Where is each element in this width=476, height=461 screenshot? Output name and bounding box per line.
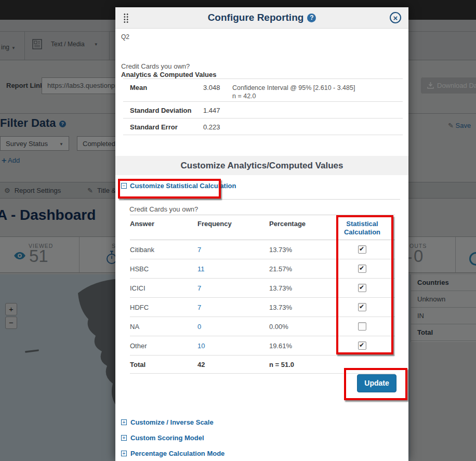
frequency-table-header: Answer Frequency Percentage Statistical … [130,215,395,240]
frequency-row: Citibank 7 13.73% [130,240,395,259]
frequency-cell[interactable]: 10 [197,342,269,350]
collapsed-section-label: Percentage Calculation Mode [130,450,224,457]
analytics-note [232,123,403,135]
frequency-cell[interactable]: 0 [197,323,269,331]
collapsed-section-label: Customize / Inverse Scale [130,418,214,426]
total-label: Total [130,361,197,368]
statistical-calculation-checkbox[interactable] [358,303,366,311]
frequency-cell[interactable]: 7 [197,246,269,254]
collapsed-section-link[interactable]: + Percentage Calculation Mode [121,449,224,457]
total-percentage: n = 51.0 [269,361,329,368]
header-statistical-calculation: Statistical Calculation [329,220,395,240]
statistical-calculation-checkbox[interactable] [358,322,366,331]
analytics-note2: n = 42.0 [232,92,403,100]
collapsed-section-link[interactable]: + Custom Scoring Model [121,433,204,442]
close-icon[interactable]: × [390,12,401,23]
help-icon[interactable]: ? [307,14,316,22]
percentage-cell: 19.61% [269,342,329,350]
question-code: Q2 [121,33,129,41]
total-row: Total 42 n = 51.0 [130,355,395,374]
header-percentage: Percentage [269,220,329,240]
frequency-rows: Citibank 7 13.73% HSBC 11 21.57% ICICI [130,240,395,355]
question-text: Credit Cards you own? [121,62,190,70]
analytics-note1: Confidence Interval @ 95% [2.610 - 3.485… [232,84,403,92]
modal-title-row: Configure Reporting ? [115,7,408,28]
analytics-value: 3.048 [203,84,232,101]
statistical-calculation-checkbox[interactable] [358,284,366,292]
stat-calc-label: Customize Statistical Calculation [130,182,236,190]
analytics-table: Mean 3.048 Confidence Interval @ 95% [2.… [123,78,403,135]
answer-cell: Other [130,342,197,350]
analytics-rows: Mean 3.048 Confidence Interval @ 95% [2.… [123,78,403,135]
analytics-heading: Analytics & Computed Values [121,71,217,78]
header-frequency: Frequency [197,220,269,240]
collapsed-section-label: Custom Scoring Model [130,434,204,442]
update-button[interactable]: Update [357,374,396,392]
frequency-row: HDFC 7 13.73% [130,298,395,317]
analytics-value: 1.447 [203,107,232,118]
percentage-cell: 0.00% [269,323,329,331]
statistical-calculation-checkbox[interactable] [358,245,366,254]
percentage-cell: 13.73% [269,284,329,292]
answer-cell: HDFC [130,304,197,311]
expand-icon[interactable]: + [121,435,127,441]
expand-icon[interactable]: + [121,419,127,425]
modal-header: Configure Reporting ? × [115,7,408,29]
frequency-row: HSBC 11 21.57% [130,259,395,279]
analytics-row: Mean 3.048 Confidence Interval @ 95% [2.… [123,78,403,101]
percentage-cell: 21.57% [269,265,329,273]
screen: ing▼ Text / Media ▼ Report Link https://… [0,0,476,461]
analytics-note [232,107,403,118]
analytics-row: Standard Error 0.223 [123,118,403,135]
percentage-cell: 13.73% [269,246,329,254]
analytics-table-bottom-border [123,135,403,135]
analytics-label: Standard Deviation [123,107,203,118]
customize-statistical-calculation-link[interactable]: − Customize Statistical Calculation [121,182,236,190]
frequency-row: NA 0 0.00% [130,317,395,336]
analytics-label: Mean [123,84,203,101]
collapsed-section-link[interactable]: + Customize / Inverse Scale [121,418,214,426]
analytics-row: Standard Deviation 1.447 [123,101,403,118]
statistical-calculation-checkbox[interactable] [358,341,366,350]
answer-cell: NA [130,323,197,331]
frequency-cell[interactable]: 7 [197,304,269,311]
frequency-row: ICICI 7 13.73% [130,279,395,298]
header-stat-line2: Calculation [329,228,395,236]
customize-section-heading: Customize Analytics/Computed Values [115,156,408,175]
frequency-row: Other 10 19.61% [130,336,395,355]
frequency-cell[interactable]: 7 [197,284,269,292]
frequency-table: Answer Frequency Percentage Statistical … [130,215,395,374]
frequency-cell[interactable]: 11 [197,265,269,273]
configure-reporting-modal: Configure Reporting ? × Q2 Credit Cards … [115,7,408,461]
analytics-value: 0.223 [203,123,232,135]
answer-cell: ICICI [130,284,197,292]
total-frequency: 42 [197,361,269,368]
frequency-question-text: Credit Cards you own? [129,205,198,213]
divider [124,199,400,200]
collapse-icon[interactable]: − [121,183,127,189]
header-stat-line1: Statistical [329,220,395,228]
analytics-label: Standard Error [123,123,203,135]
answer-cell: HSBC [130,265,197,273]
percentage-cell: 13.73% [269,304,329,311]
answer-cell: Citibank [130,246,197,254]
analytics-note: Confidence Interval @ 95% [2.610 - 3.485… [232,84,403,101]
modal-title: Configure Reporting [208,12,304,23]
expand-icon[interactable]: + [121,451,127,456]
header-answer: Answer [130,220,197,240]
statistical-calculation-checkbox[interactable] [358,265,366,273]
